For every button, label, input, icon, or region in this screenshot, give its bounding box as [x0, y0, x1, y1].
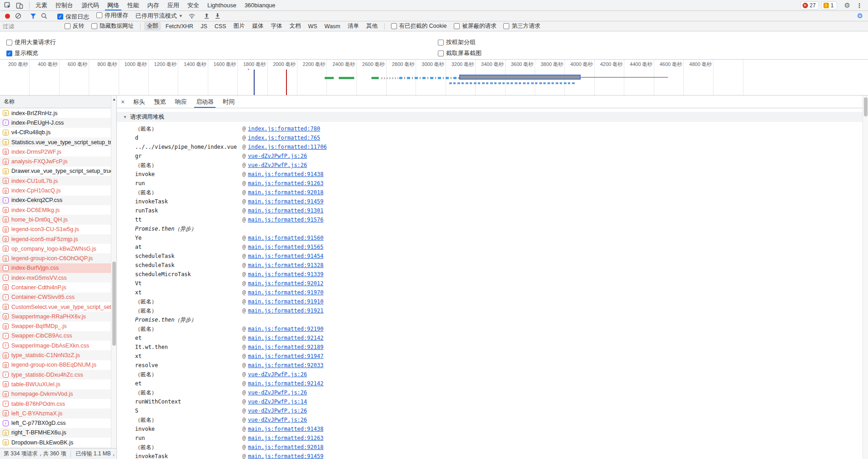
- network-settings-gear-icon[interactable]: ⚙: [854, 12, 866, 20]
- checkbox-unchecked[interactable]: [503, 23, 509, 29]
- stack-source-link[interactable]: index.js:formatted:780: [248, 126, 320, 132]
- checkbox-unchecked[interactable]: [454, 23, 460, 29]
- stack-source-link[interactable]: main.js:formatted:91263: [248, 435, 323, 441]
- request-list-header[interactable]: 名称: [0, 96, 116, 108]
- stack-source-link[interactable]: main.js:formatted:91459: [248, 453, 323, 459]
- stack-source-link[interactable]: main.js:formatted:92018: [248, 444, 323, 450]
- toolbar-check-停用缓存[interactable]: 停用缓存: [96, 11, 128, 20]
- request-row[interactable]: /index-PnEUgH-J.css: [0, 118, 111, 127]
- type-filter-全部[interactable]: 全部: [144, 22, 161, 30]
- filter-input[interactable]: [3, 23, 61, 30]
- request-row[interactable]: {}legend-group-icon-BBEqDNUM.js: [0, 360, 111, 370]
- request-row[interactable]: {}Drawer.vue_vue_type_script_setup_true.: [0, 166, 111, 176]
- filter-check-被屏蔽的请求[interactable]: 被屏蔽的请求: [454, 22, 496, 30]
- overview-selected-request-bar[interactable]: [459, 75, 581, 80]
- request-row[interactable]: {}index-BrIZRnHz.js: [0, 108, 111, 118]
- inspect-element-icon[interactable]: [2, 0, 14, 10]
- stack-source-link[interactable]: vue-dZvJPwfP.js:26: [248, 389, 307, 396]
- stack-source-link[interactable]: main.js:formatted:91263: [248, 180, 323, 187]
- request-row[interactable]: {}index-DrmsP2WF.js: [0, 147, 111, 156]
- request-row[interactable]: /index-mxG5msVV.css: [0, 273, 111, 282]
- request-row[interactable]: {}index-CU1ulL7b.js: [0, 176, 111, 186]
- request-row[interactable]: /index-BurfVjgn.css: [0, 263, 111, 273]
- request-row[interactable]: {}left_C-BYAhzmaX.js: [0, 409, 111, 418]
- filter-check-隐藏数据网址[interactable]: 隐藏数据网址: [91, 22, 134, 30]
- network-overview[interactable]: 200 毫秒400 毫秒600 毫秒800 毫秒1000 毫秒1200 毫秒14…: [0, 59, 868, 96]
- request-row[interactable]: {}Statistics.vue_vue_type_script_setup_t…: [0, 137, 111, 147]
- clear-button[interactable]: [13, 11, 24, 20]
- request-row[interactable]: /left_C-p77BX0gD.css: [0, 419, 111, 428]
- type-filter-Fetch/XHR[interactable]: Fetch/XHR: [163, 23, 196, 30]
- stack-source-link[interactable]: vue-dZvJPwfP.js:26: [248, 417, 307, 423]
- checkbox-unchecked[interactable]: [65, 23, 70, 29]
- checkbox-checked[interactable]: ✓: [57, 14, 63, 20]
- checkbox-unchecked[interactable]: [91, 23, 97, 29]
- stack-source-link[interactable]: main.js:formatted:92189: [248, 344, 323, 350]
- type-filter-字体[interactable]: 字体: [268, 22, 285, 30]
- type-filter-Wasm[interactable]: Wasm: [322, 23, 343, 30]
- stack-source-link[interactable]: vue-dZvJPwfP.js:14: [248, 398, 307, 405]
- request-row[interactable]: {}home_bi-Dnt0q_QH.js: [0, 215, 111, 224]
- type-filter-图片[interactable]: 图片: [231, 22, 247, 30]
- detail-tab-预览[interactable]: 预览: [150, 96, 171, 108]
- type-filter-媒体[interactable]: 媒体: [249, 22, 266, 30]
- request-row[interactable]: {}SwapperImage-RRaPHX6v.js: [0, 312, 111, 321]
- request-row[interactable]: /index-Cekrq2CP.css: [0, 196, 111, 205]
- request-row[interactable]: {}legend-group-icon-C6OhOiQP.js: [0, 253, 111, 263]
- stack-source-link[interactable]: main.js:formatted:91454: [248, 253, 323, 259]
- request-row[interactable]: {}homepage-DvkmvVod.js: [0, 389, 111, 399]
- scroll-up-icon[interactable]: ▲: [111, 97, 117, 101]
- main-tab-控制台[interactable]: 控制台: [51, 0, 77, 10]
- request-row[interactable]: /SwapperImage-DbAsEXkn.css: [0, 341, 111, 350]
- stack-source-link[interactable]: vue-dZvJPwfP.js:26: [248, 153, 307, 159]
- settings-gear-icon[interactable]: ⚙: [841, 1, 853, 10]
- checkbox-unchecked[interactable]: [96, 12, 102, 18]
- detail-tab-时间[interactable]: 时间: [218, 96, 239, 108]
- filter-check-有已拦截的 Cookie[interactable]: 有已拦截的 Cookie: [391, 22, 447, 30]
- request-list-scrollbar[interactable]: ▲: [111, 96, 116, 448]
- stack-source-link[interactable]: main.js:formatted:91560: [248, 235, 323, 241]
- filter-icon[interactable]: [28, 11, 39, 20]
- type-filter-清单[interactable]: 清单: [345, 22, 362, 30]
- main-tab-应用[interactable]: 应用: [163, 0, 183, 10]
- request-row[interactable]: {}legend-icon5-maF5zmjp.js: [0, 234, 111, 244]
- main-tab-源代码[interactable]: 源代码: [77, 0, 103, 10]
- checkbox-unchecked[interactable]: [6, 40, 12, 45]
- detail-scrollbar[interactable]: [863, 96, 868, 459]
- stack-source-link[interactable]: vue-dZvJPwfP.js:26: [248, 371, 307, 378]
- type-filter-JS[interactable]: JS: [198, 23, 210, 30]
- stack-source-link[interactable]: main.js:formatted:91947: [248, 353, 323, 359]
- stack-source-link[interactable]: main.js:formatted:91970: [248, 289, 323, 296]
- stack-source-link[interactable]: vue-dZvJPwfP.js:26: [248, 408, 307, 414]
- record-button[interactable]: [2, 11, 13, 20]
- stack-source-link[interactable]: index.js:formatted:765: [248, 135, 320, 141]
- request-row[interactable]: {}v4-CtRu48qb.js: [0, 128, 111, 137]
- import-har-icon[interactable]: [201, 11, 212, 20]
- detail-tab-启动器[interactable]: 启动器: [191, 96, 218, 108]
- stack-source-link[interactable]: main.js:formatted:92033: [248, 362, 323, 368]
- stack-source-link[interactable]: main.js:formatted:91459: [248, 198, 323, 205]
- main-tab-元素[interactable]: 元素: [31, 0, 51, 10]
- request-row[interactable]: {}Dropdown-BLkEwoBK.js: [0, 438, 111, 447]
- stack-source-link[interactable]: main.js:formatted:91328: [248, 262, 323, 268]
- checkbox-unchecked[interactable]: [438, 40, 444, 45]
- main-tab-360bianque[interactable]: 360bianque: [241, 0, 280, 10]
- main-tab-内存[interactable]: 内存: [143, 0, 163, 10]
- request-row[interactable]: /Container-CWSivv85.css: [0, 293, 111, 302]
- toolbar-check-保留日志[interactable]: ✓保留日志: [57, 13, 89, 21]
- network-conditions-icon[interactable]: [186, 11, 197, 20]
- type-filter-文档[interactable]: 文档: [286, 22, 303, 30]
- detail-tab-标头[interactable]: 标头: [129, 96, 150, 108]
- stack-source-link[interactable]: main.js:formatted:91301: [248, 207, 323, 214]
- device-toolbar-icon[interactable]: [14, 0, 25, 10]
- stack-source-link[interactable]: main.js:formatted:91565: [248, 244, 323, 250]
- close-icon[interactable]: ×: [117, 96, 129, 108]
- request-row[interactable]: {}op_company_logo-kBwZWNsG.js: [0, 244, 111, 253]
- scrollbar-thumb[interactable]: [864, 97, 868, 116]
- request-row[interactable]: {}index-DC6EMlkg.js: [0, 205, 111, 215]
- stack-source-link[interactable]: main.js:formatted:92142: [248, 335, 323, 341]
- stack-source-link[interactable]: index.js:formatted:11706: [248, 144, 326, 150]
- filter-check-第三方请求[interactable]: 第三方请求: [503, 22, 540, 30]
- search-icon[interactable]: [39, 11, 50, 20]
- request-row[interactable]: {}legend-icon3-CU-S1w5g.js: [0, 225, 111, 234]
